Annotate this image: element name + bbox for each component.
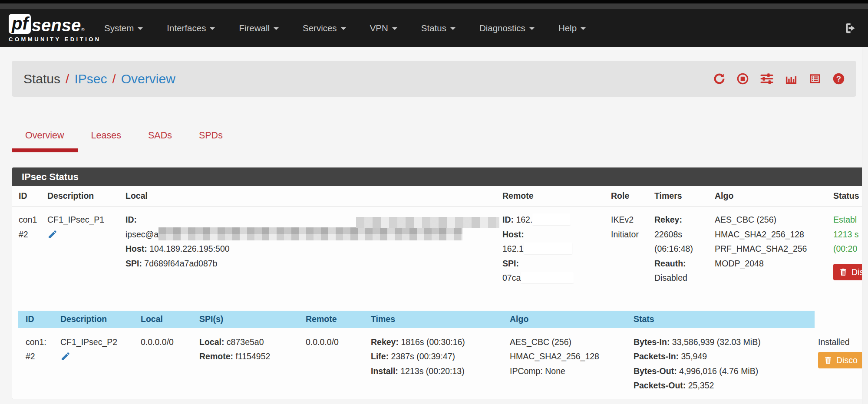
breadcrumb-link-overview[interactable]: Overview [121,72,175,86]
edit-pencil-icon[interactable] [47,229,58,240]
nav-item-interfaces[interactable]: Interfaces [167,23,215,33]
child-sa-table: ID Description Local SPI(s) Remote Times… [18,311,856,400]
vertical-scrollbar[interactable] [862,47,868,404]
top-navbar: pfsense® COMMUNITY EDITION System Interf… [0,9,868,47]
redacted-box [521,272,574,283]
page-tabs: Overview Leases SADs SPDs [12,125,236,152]
status-established: Establ [833,215,857,224]
breadcrumb: Status / IPsec / Overview [23,72,175,86]
panel-title: IPsec Status [12,168,868,186]
tab-leases[interactable]: Leases [78,125,135,152]
breadcrumb-toolbar: ? [713,72,845,85]
chevron-down-icon [341,27,346,30]
chevron-down-icon [392,27,397,30]
breadcrumb-bar: Status / IPsec / Overview ? [12,61,856,97]
child-col-remote: Remote [302,311,367,328]
child-table-header-row: ID Description Local SPI(s) Remote Times… [18,311,856,328]
ike-local-cell: ID: ipsec@a Host: 104.189.226.195:500 SP… [122,207,499,292]
nav-item-system[interactable]: System [104,23,143,33]
col-header-description: Description [44,186,122,207]
chevron-down-icon [581,27,586,30]
child-col-times: Times [367,311,506,328]
pfsense-ipsec-status-page: pfsense® COMMUNITY EDITION System Interf… [0,0,868,404]
child-sa-section: ID Description Local SPI(s) Remote Times… [18,311,868,400]
ike-sa-row: con1 #2 CF1_IPsec_P1 ID: ipsec@a Host: 1… [12,207,868,292]
child-local-cell: 0.0.0.0/0 [137,328,196,400]
child-col-id: ID [18,311,57,328]
log-icon[interactable] [809,72,822,85]
help-icon[interactable]: ? [832,72,845,85]
ike-table-header-row: ID Description Local Remote Role Timers … [12,186,868,207]
child-sa-row: con1: #2 CF1_IPsec_P2 0.0.0.0/0 Local: c… [18,328,856,400]
nav-item-vpn[interactable]: VPN [370,23,397,33]
tab-overview[interactable]: Overview [12,125,78,152]
child-col-stats: Stats [630,311,815,328]
pfsense-logo[interactable]: pfsense® COMMUNITY EDITION [9,14,87,43]
logo-subtitle: COMMUNITY EDITION [9,36,87,43]
ike-remote-cell: ID: 162. Host: 162.1 SPI: 07ca [499,207,607,292]
nav-item-status[interactable]: Status [421,23,455,33]
redacted-box [532,213,571,225]
child-times-cell: Rekey: 1816s (00:30:16) Life: 2387s (00:… [367,328,506,400]
nav-item-help[interactable]: Help [558,23,586,33]
child-stats-cell: Bytes-In: 33,586,939 (32.03 MiB) Packets… [630,328,815,400]
status-installed: Installed [818,337,850,347]
stop-icon[interactable] [736,72,749,85]
refresh-icon[interactable] [713,72,726,85]
ipsec-status-panel: IPsec Status ID Description Local Remote… [12,167,868,399]
breadcrumb-root: Status [23,72,60,86]
disconnect-child-button[interactable]: Disco [818,352,863,368]
ike-sa-table: ID Description Local Remote Role Timers … [12,186,868,292]
child-id-cell: con1: #2 [18,328,57,400]
svg-text:?: ? [836,75,841,83]
ike-description-cell: CF1_IPsec_P1 [44,207,122,292]
chevron-down-icon [450,27,455,30]
child-col-description: Description [57,311,137,328]
col-header-local: Local [122,186,499,207]
child-col-local: Local [137,311,196,328]
breadcrumb-separator: / [112,72,116,86]
redacted-mosaic [158,227,462,240]
child-spis-cell: Local: c873e5a0 Remote: f1154952 [196,328,302,400]
breadcrumb-separator: / [66,72,69,86]
sign-out-icon[interactable] [844,22,857,35]
col-header-timers: Timers [651,186,711,207]
col-header-remote: Remote [499,186,607,207]
redacted-box [524,243,572,254]
tab-sads[interactable]: SADs [135,125,185,152]
nav-item-services[interactable]: Services [303,23,346,33]
child-description-cell: CF1_IPsec_P2 [57,328,137,400]
child-status-cell: Installed Disco [815,328,856,400]
nav-item-diagnostics[interactable]: Diagnostics [479,23,535,33]
sliders-icon[interactable] [760,72,774,85]
browser-chrome-strip-2 [0,3,868,9]
child-col-algo: Algo [506,311,630,328]
chevron-down-icon [210,27,215,30]
logo-pf-box: pf [9,14,31,34]
edit-pencil-icon[interactable] [60,351,71,361]
nav-menu: System Interfaces Firewall Services VPN … [104,23,610,33]
tab-spds[interactable]: SPDs [185,125,236,152]
ike-timers-cell: Rekey: 22608s (06:16:48) Reauth: Disable… [651,207,711,292]
chevron-down-icon [138,27,143,30]
nav-item-firewall[interactable]: Firewall [239,23,279,33]
bar-chart-icon[interactable] [785,72,798,85]
breadcrumb-link-ipsec[interactable]: IPsec [74,72,107,86]
col-header-id: ID [12,186,44,207]
ike-id-cell: con1 #2 [12,207,44,292]
chevron-down-icon [274,27,279,30]
chevron-down-icon [529,27,535,30]
browser-chrome-strip [0,0,868,3]
child-col-actions [815,311,856,328]
logo-sense-text: sense [32,16,81,34]
col-header-role: Role [607,186,651,207]
logo-registered-mark: ® [81,27,84,32]
child-algo-cell: AES_CBC (256) HMAC_SHA2_256_128 IPComp: … [506,328,630,400]
ike-role-cell: IKEv2 Initiator [607,207,651,292]
child-remote-cell: 0.0.0.0/0 [302,328,367,400]
col-header-algo: Algo [711,186,830,207]
ike-algo-cell: AES_CBC (256) HMAC_SHA2_256_128 PRF_HMAC… [711,207,830,292]
child-col-spis: SPI(s) [196,311,302,328]
